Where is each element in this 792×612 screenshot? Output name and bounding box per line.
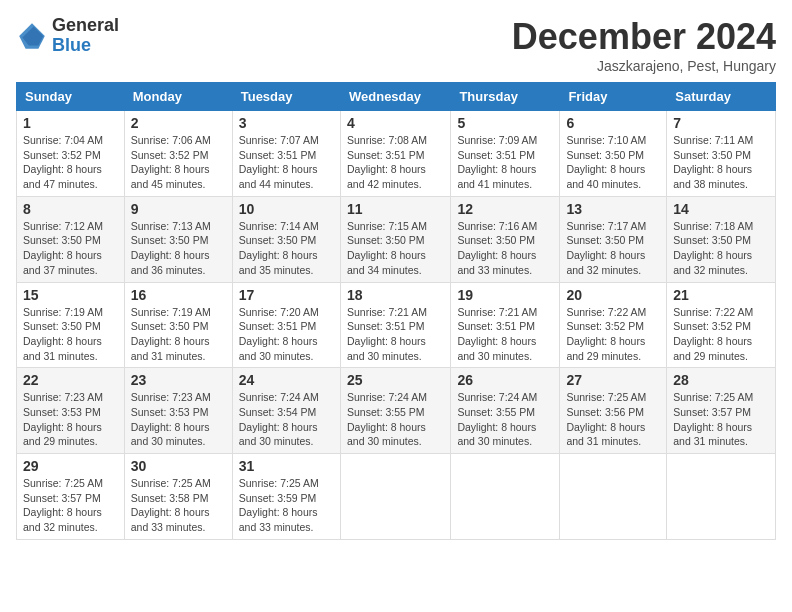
calendar-cell: 4Sunrise: 7:08 AM Sunset: 3:51 PM Daylig…: [340, 111, 450, 197]
day-number: 20: [566, 287, 660, 303]
day-number: 13: [566, 201, 660, 217]
day-number: 5: [457, 115, 553, 131]
day-info: Sunrise: 7:19 AM Sunset: 3:50 PM Dayligh…: [131, 305, 226, 364]
calendar-cell: 28Sunrise: 7:25 AM Sunset: 3:57 PM Dayli…: [667, 368, 776, 454]
calendar-cell: 18Sunrise: 7:21 AM Sunset: 3:51 PM Dayli…: [340, 282, 450, 368]
calendar-cell: 14Sunrise: 7:18 AM Sunset: 3:50 PM Dayli…: [667, 196, 776, 282]
calendar-cell: 22Sunrise: 7:23 AM Sunset: 3:53 PM Dayli…: [17, 368, 125, 454]
calendar-week-row: 1Sunrise: 7:04 AM Sunset: 3:52 PM Daylig…: [17, 111, 776, 197]
calendar-cell: 8Sunrise: 7:12 AM Sunset: 3:50 PM Daylig…: [17, 196, 125, 282]
calendar-cell: 11Sunrise: 7:15 AM Sunset: 3:50 PM Dayli…: [340, 196, 450, 282]
calendar-cell: 27Sunrise: 7:25 AM Sunset: 3:56 PM Dayli…: [560, 368, 667, 454]
calendar-cell: 1Sunrise: 7:04 AM Sunset: 3:52 PM Daylig…: [17, 111, 125, 197]
day-info: Sunrise: 7:21 AM Sunset: 3:51 PM Dayligh…: [347, 305, 444, 364]
day-info: Sunrise: 7:19 AM Sunset: 3:50 PM Dayligh…: [23, 305, 118, 364]
calendar-header-row: SundayMondayTuesdayWednesdayThursdayFrid…: [17, 83, 776, 111]
calendar-week-row: 22Sunrise: 7:23 AM Sunset: 3:53 PM Dayli…: [17, 368, 776, 454]
day-number: 16: [131, 287, 226, 303]
logo-blue: Blue: [52, 36, 119, 56]
day-info: Sunrise: 7:22 AM Sunset: 3:52 PM Dayligh…: [673, 305, 769, 364]
day-number: 30: [131, 458, 226, 474]
calendar-cell: 12Sunrise: 7:16 AM Sunset: 3:50 PM Dayli…: [451, 196, 560, 282]
day-number: 9: [131, 201, 226, 217]
calendar-week-row: 15Sunrise: 7:19 AM Sunset: 3:50 PM Dayli…: [17, 282, 776, 368]
day-info: Sunrise: 7:11 AM Sunset: 3:50 PM Dayligh…: [673, 133, 769, 192]
calendar-week-row: 29Sunrise: 7:25 AM Sunset: 3:57 PM Dayli…: [17, 454, 776, 540]
calendar-cell: 3Sunrise: 7:07 AM Sunset: 3:51 PM Daylig…: [232, 111, 340, 197]
calendar-cell: 31Sunrise: 7:25 AM Sunset: 3:59 PM Dayli…: [232, 454, 340, 540]
calendar-cell: [560, 454, 667, 540]
weekday-header: Thursday: [451, 83, 560, 111]
day-number: 8: [23, 201, 118, 217]
calendar-cell: 7Sunrise: 7:11 AM Sunset: 3:50 PM Daylig…: [667, 111, 776, 197]
weekday-header: Friday: [560, 83, 667, 111]
day-info: Sunrise: 7:10 AM Sunset: 3:50 PM Dayligh…: [566, 133, 660, 192]
day-number: 7: [673, 115, 769, 131]
day-info: Sunrise: 7:18 AM Sunset: 3:50 PM Dayligh…: [673, 219, 769, 278]
day-number: 26: [457, 372, 553, 388]
day-info: Sunrise: 7:07 AM Sunset: 3:51 PM Dayligh…: [239, 133, 334, 192]
calendar-cell: 21Sunrise: 7:22 AM Sunset: 3:52 PM Dayli…: [667, 282, 776, 368]
day-number: 3: [239, 115, 334, 131]
day-number: 12: [457, 201, 553, 217]
weekday-header: Tuesday: [232, 83, 340, 111]
day-info: Sunrise: 7:25 AM Sunset: 3:58 PM Dayligh…: [131, 476, 226, 535]
calendar-cell: [340, 454, 450, 540]
day-number: 22: [23, 372, 118, 388]
weekday-header: Monday: [124, 83, 232, 111]
day-info: Sunrise: 7:22 AM Sunset: 3:52 PM Dayligh…: [566, 305, 660, 364]
calendar-cell: [667, 454, 776, 540]
day-info: Sunrise: 7:17 AM Sunset: 3:50 PM Dayligh…: [566, 219, 660, 278]
day-number: 2: [131, 115, 226, 131]
calendar-cell: 30Sunrise: 7:25 AM Sunset: 3:58 PM Dayli…: [124, 454, 232, 540]
calendar-cell: 20Sunrise: 7:22 AM Sunset: 3:52 PM Dayli…: [560, 282, 667, 368]
title-block: December 2024 Jaszkarajeno, Pest, Hungar…: [512, 16, 776, 74]
calendar-cell: 10Sunrise: 7:14 AM Sunset: 3:50 PM Dayli…: [232, 196, 340, 282]
day-info: Sunrise: 7:15 AM Sunset: 3:50 PM Dayligh…: [347, 219, 444, 278]
day-info: Sunrise: 7:25 AM Sunset: 3:56 PM Dayligh…: [566, 390, 660, 449]
day-info: Sunrise: 7:23 AM Sunset: 3:53 PM Dayligh…: [23, 390, 118, 449]
logo-general: General: [52, 16, 119, 36]
calendar-cell: 23Sunrise: 7:23 AM Sunset: 3:53 PM Dayli…: [124, 368, 232, 454]
day-info: Sunrise: 7:20 AM Sunset: 3:51 PM Dayligh…: [239, 305, 334, 364]
day-info: Sunrise: 7:21 AM Sunset: 3:51 PM Dayligh…: [457, 305, 553, 364]
day-info: Sunrise: 7:16 AM Sunset: 3:50 PM Dayligh…: [457, 219, 553, 278]
calendar-cell: 5Sunrise: 7:09 AM Sunset: 3:51 PM Daylig…: [451, 111, 560, 197]
calendar-cell: 29Sunrise: 7:25 AM Sunset: 3:57 PM Dayli…: [17, 454, 125, 540]
calendar-cell: 2Sunrise: 7:06 AM Sunset: 3:52 PM Daylig…: [124, 111, 232, 197]
calendar-cell: 16Sunrise: 7:19 AM Sunset: 3:50 PM Dayli…: [124, 282, 232, 368]
calendar-cell: 25Sunrise: 7:24 AM Sunset: 3:55 PM Dayli…: [340, 368, 450, 454]
calendar-cell: 17Sunrise: 7:20 AM Sunset: 3:51 PM Dayli…: [232, 282, 340, 368]
day-number: 23: [131, 372, 226, 388]
day-number: 14: [673, 201, 769, 217]
day-number: 27: [566, 372, 660, 388]
calendar-cell: 9Sunrise: 7:13 AM Sunset: 3:50 PM Daylig…: [124, 196, 232, 282]
day-info: Sunrise: 7:04 AM Sunset: 3:52 PM Dayligh…: [23, 133, 118, 192]
day-number: 21: [673, 287, 769, 303]
day-info: Sunrise: 7:24 AM Sunset: 3:54 PM Dayligh…: [239, 390, 334, 449]
weekday-header: Saturday: [667, 83, 776, 111]
calendar-table: SundayMondayTuesdayWednesdayThursdayFrid…: [16, 82, 776, 540]
day-info: Sunrise: 7:12 AM Sunset: 3:50 PM Dayligh…: [23, 219, 118, 278]
day-info: Sunrise: 7:25 AM Sunset: 3:57 PM Dayligh…: [23, 476, 118, 535]
calendar-cell: 13Sunrise: 7:17 AM Sunset: 3:50 PM Dayli…: [560, 196, 667, 282]
day-info: Sunrise: 7:09 AM Sunset: 3:51 PM Dayligh…: [457, 133, 553, 192]
day-number: 28: [673, 372, 769, 388]
month-title: December 2024: [512, 16, 776, 58]
day-number: 24: [239, 372, 334, 388]
day-number: 15: [23, 287, 118, 303]
day-number: 25: [347, 372, 444, 388]
day-info: Sunrise: 7:25 AM Sunset: 3:57 PM Dayligh…: [673, 390, 769, 449]
day-number: 19: [457, 287, 553, 303]
day-number: 4: [347, 115, 444, 131]
day-number: 31: [239, 458, 334, 474]
calendar-cell: 6Sunrise: 7:10 AM Sunset: 3:50 PM Daylig…: [560, 111, 667, 197]
logo-icon: [16, 20, 48, 52]
logo-text: General Blue: [52, 16, 119, 56]
calendar-week-row: 8Sunrise: 7:12 AM Sunset: 3:50 PM Daylig…: [17, 196, 776, 282]
day-number: 11: [347, 201, 444, 217]
calendar-cell: [451, 454, 560, 540]
day-info: Sunrise: 7:13 AM Sunset: 3:50 PM Dayligh…: [131, 219, 226, 278]
calendar-cell: 26Sunrise: 7:24 AM Sunset: 3:55 PM Dayli…: [451, 368, 560, 454]
calendar-cell: 24Sunrise: 7:24 AM Sunset: 3:54 PM Dayli…: [232, 368, 340, 454]
